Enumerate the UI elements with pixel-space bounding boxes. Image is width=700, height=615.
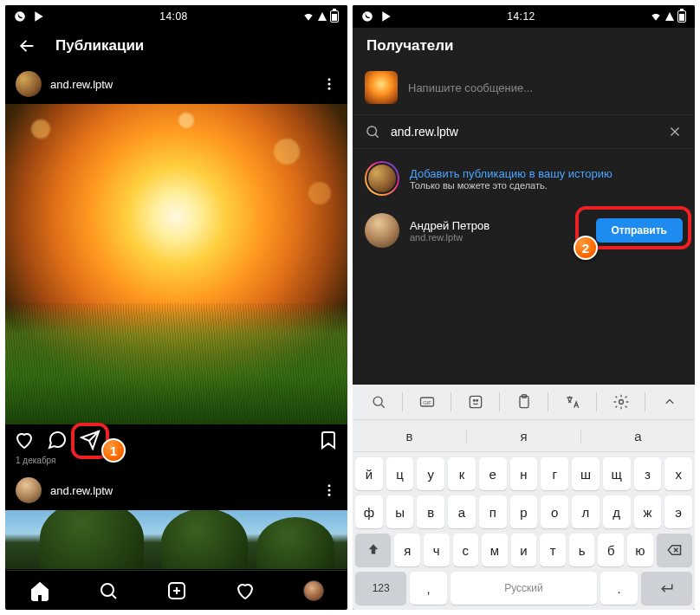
nav-profile-avatar[interactable] <box>303 580 324 601</box>
key[interactable]: с <box>453 534 479 566</box>
share-icon[interactable] <box>80 430 100 450</box>
kb-expand-icon[interactable] <box>649 389 690 415</box>
key[interactable]: р <box>510 495 538 528</box>
svg-point-7 <box>101 584 113 596</box>
key[interactable]: н <box>510 457 538 490</box>
key[interactable]: щ <box>603 457 631 490</box>
key[interactable]: а <box>448 495 476 528</box>
post-actions: 1 <box>5 424 347 456</box>
post-header[interactable]: and.rew.lptw <box>5 64 347 104</box>
key[interactable]: ц <box>386 457 414 490</box>
more-icon[interactable] <box>321 76 337 92</box>
post-username[interactable]: and.rew.lptw <box>50 484 313 497</box>
nav-add-icon[interactable] <box>166 580 187 601</box>
key[interactable]: л <box>572 495 600 528</box>
key-period[interactable]: . <box>600 572 637 605</box>
key-enter[interactable] <box>641 572 692 605</box>
viber-icon <box>361 10 373 23</box>
story-avatar <box>365 161 399 196</box>
svg-text:GIF: GIF <box>423 400 431 405</box>
back-icon[interactable] <box>17 36 36 55</box>
key[interactable]: г <box>541 457 568 490</box>
keyboard-suggestions: в я а <box>353 419 695 452</box>
page-header: Публикации <box>5 28 347 64</box>
key[interactable]: т <box>540 534 566 566</box>
kb-settings-icon[interactable] <box>600 389 641 415</box>
key[interactable]: й <box>355 457 383 490</box>
key[interactable]: в <box>417 495 444 528</box>
clear-icon[interactable] <box>667 124 683 139</box>
kb-search-icon[interactable] <box>358 389 399 415</box>
key[interactable]: ч <box>424 534 450 566</box>
message-input-placeholder[interactable]: Напишите сообщение... <box>408 81 533 94</box>
more-icon[interactable] <box>321 482 337 498</box>
kb-sticker-icon[interactable] <box>455 389 496 415</box>
status-time: 14:12 <box>392 10 650 23</box>
key[interactable]: ы <box>386 495 414 528</box>
search-icon <box>365 124 380 139</box>
right-screenshot: 14:12 Получатели Напишите сообщение... a… <box>353 5 695 610</box>
kb-translate-icon[interactable] <box>552 389 593 415</box>
search-input[interactable]: and.rew.lptw <box>391 125 657 139</box>
key-numeric[interactable]: 123 <box>355 572 406 605</box>
key[interactable]: я <box>394 534 420 566</box>
key-space[interactable]: Русский <box>450 572 598 605</box>
avatar[interactable] <box>16 477 42 503</box>
svg-point-1 <box>328 78 331 81</box>
key[interactable]: м <box>482 534 508 566</box>
key[interactable]: х <box>664 457 692 490</box>
key[interactable]: э <box>664 495 692 528</box>
suggestion[interactable]: в <box>353 429 467 443</box>
nav-search-icon[interactable] <box>98 580 119 601</box>
play-store-icon <box>380 10 392 23</box>
send-button[interactable]: Отправить <box>596 218 683 243</box>
add-to-story-sub: Только вы можете это сделать. <box>410 180 683 191</box>
post-thumbnail <box>365 71 398 104</box>
key-comma[interactable]: , <box>410 572 446 605</box>
key[interactable]: к <box>448 457 476 490</box>
page-title: Публикации <box>55 37 144 55</box>
key-backspace[interactable] <box>657 534 692 566</box>
key[interactable]: о <box>541 495 568 528</box>
key[interactable]: ш <box>572 457 600 490</box>
bookmark-icon[interactable] <box>318 430 339 450</box>
kb-clipboard-icon[interactable] <box>503 389 544 415</box>
comment-icon[interactable] <box>47 430 68 450</box>
status-bar: 14:12 <box>353 5 695 28</box>
recipient-row: Андрей Петров and.rew.lptw Отправить 2 <box>353 204 695 256</box>
add-to-story-row[interactable]: Добавить публикацию в вашу историю Тольк… <box>353 152 695 204</box>
svg-point-3 <box>328 87 331 90</box>
suggestion[interactable]: а <box>581 429 695 443</box>
key[interactable]: и <box>511 534 537 566</box>
message-compose-row[interactable]: Напишите сообщение... <box>353 64 695 111</box>
key[interactable]: п <box>479 495 507 528</box>
nav-activity-icon[interactable] <box>235 580 256 601</box>
key[interactable]: ю <box>627 534 653 566</box>
key[interactable]: у <box>417 457 444 490</box>
search-row[interactable]: and.rew.lptw <box>353 119 695 145</box>
key[interactable]: ж <box>634 495 662 528</box>
post-username[interactable]: and.rew.lptw <box>50 78 313 91</box>
key[interactable]: ь <box>569 534 595 566</box>
avatar[interactable] <box>365 213 399 248</box>
key[interactable]: ф <box>355 495 383 528</box>
empty-area <box>353 256 695 385</box>
key[interactable]: д <box>603 495 631 528</box>
key-shift[interactable] <box>355 534 391 566</box>
post2-header[interactable]: and.rew.lptw <box>5 470 347 510</box>
like-icon[interactable] <box>14 430 35 450</box>
kb-gif-icon[interactable]: GIF <box>406 389 447 415</box>
key[interactable]: з <box>634 457 662 490</box>
svg-point-5 <box>328 489 331 492</box>
key[interactable]: е <box>479 457 507 490</box>
svg-point-19 <box>619 400 623 405</box>
suggestion[interactable]: я <box>467 429 581 443</box>
key[interactable]: б <box>598 534 624 566</box>
nav-home-icon[interactable] <box>29 580 50 601</box>
svg-point-15 <box>473 400 475 402</box>
avatar[interactable] <box>16 71 42 97</box>
post-image[interactable] <box>5 104 347 424</box>
status-time: 14:08 <box>45 10 302 23</box>
battery-icon <box>677 10 686 23</box>
post2-image[interactable] <box>5 510 347 569</box>
